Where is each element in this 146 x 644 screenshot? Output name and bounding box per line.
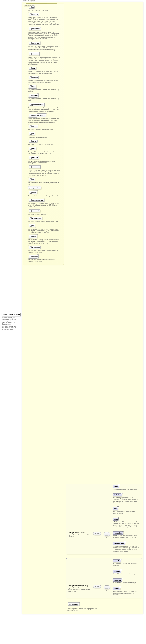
- attribute-pubconstrainturi: pubconstrainturiOne or many constraints …: [28, 113, 62, 123]
- attribute-how: howIndicates by which means the value wa…: [28, 66, 62, 74]
- attribute-chip[interactable]: pubconstraint: [29, 103, 44, 106]
- attribute-name: creator: [32, 14, 38, 15]
- attribute-valuedatatype: valuedatatypeThe datatype of the value a…: [28, 198, 62, 208]
- attribute-howuri: howuriIndicates by which means the value…: [28, 75, 62, 83]
- element-chip[interactable]: narrower: [113, 578, 122, 582]
- attribute-typeuri: typeuriThe type of the concept assigned …: [28, 156, 62, 164]
- attribute-creatoruri: creatoruriIf the attribute is empty, spe…: [28, 27, 62, 40]
- attribute-chip[interactable]: xml:lang: [29, 166, 40, 168]
- attribute-desc: One or many constraints that apply to pu…: [28, 107, 60, 112]
- attribute-name: valuedatatype: [32, 199, 43, 201]
- attribute-name: pubconstrainturi: [32, 114, 45, 116]
- element-name: definition: [114, 494, 121, 496]
- child-facet: +facetIn NAR 1.8 and later, facet is dep…: [113, 518, 140, 528]
- attribute-chip[interactable]: custom: [29, 52, 39, 55]
- attribute-desc: If set to true the corresponding propert…: [28, 56, 60, 65]
- expand-icon[interactable]: +: [120, 558, 122, 560]
- attribute-chip[interactable]: reluri: [29, 235, 37, 238]
- attribute-desc: Why the metadata has been included - exp…: [28, 98, 60, 102]
- attribute-chip[interactable]: typeuri: [29, 156, 39, 159]
- element-name: remoteInfo: [114, 532, 122, 534]
- attribute-whyuri: whyuriWhy the metadata has been included…: [28, 94, 62, 102]
- expand-icon[interactable]: +: [117, 506, 119, 508]
- expand-icon[interactable]: +: [118, 517, 119, 519]
- attribute-name: typeuri: [32, 157, 38, 159]
- crg-children: +sameAsAn identifier of a concept with e…: [113, 559, 140, 596]
- child-hierarchyInfo: +hierarchyInfoRepresents the position of…: [113, 542, 140, 552]
- attribute-desc: A free-text value assigned as property v…: [28, 144, 60, 145]
- attribute-why: whyWhy the metadata has been included - …: [28, 84, 62, 92]
- attribute-name: why: [32, 86, 36, 87]
- attributes-box: attributes idThe local identifier of the…: [23, 4, 64, 265]
- attribute-chip[interactable]: value: [29, 191, 37, 194]
- crg-occ: 0..∞: [106, 590, 108, 592]
- root-element-desc: Extension Property: the semantics are de…: [2, 317, 17, 330]
- attribute-chip[interactable]: why: [29, 85, 37, 88]
- expand-icon[interactable]: +: [121, 492, 123, 494]
- attribute-chip[interactable]: uri: [29, 132, 35, 135]
- element-name: name: [114, 486, 118, 487]
- attribute-desc: Specifies the language of this property …: [28, 170, 60, 176]
- cdg-occ: 0..∞: [106, 537, 108, 538]
- attribute-validto: validtoThe date (and, optionally, the ti…: [28, 254, 62, 262]
- attribute-desc: Why the metadata has been included - exp…: [28, 89, 60, 92]
- root-element-name: publishedExtProperty: [3, 314, 20, 316]
- attribute-chip[interactable]: valuedatatype: [29, 198, 44, 202]
- attribute-valueunituri: valueunituriThe unit of the value attrib…: [28, 216, 62, 222]
- attribute-list: idThe local identifier of the property.c…: [28, 5, 62, 262]
- attribute-chip[interactable]: creatoruri: [29, 27, 41, 30]
- attribute-desc: A qualified code which identifies a conc…: [28, 129, 60, 130]
- element-desc: Represents the position of a concept in …: [113, 545, 139, 552]
- attribute-name: valueunit: [32, 210, 39, 212]
- expand-icon[interactable]: +: [119, 586, 121, 588]
- element-desc: An identifier of a more specific concept…: [113, 582, 139, 584]
- element-chip[interactable]: sameAs: [113, 559, 121, 562]
- root-element[interactable]: publishedExtProperty: [2, 313, 21, 316]
- expand-icon[interactable]: +: [124, 541, 126, 543]
- element-desc: A natural language definition of the sem…: [113, 497, 139, 504]
- attribute-chip[interactable]: qcode: [29, 125, 38, 128]
- attribute-desc: The local identifier of the property.: [28, 10, 60, 11]
- schema-diagram: publishedExtProperty Extension Property:…: [0, 0, 146, 616]
- attribute-chip[interactable]: modified: [29, 42, 40, 44]
- attribute-chip[interactable]: valueunit: [29, 210, 40, 212]
- expand-icon[interactable]: +: [121, 578, 123, 580]
- attribute-desc: The type of the concept assigned as cont…: [28, 151, 60, 155]
- attribute-desc: Indicates by which means the value was e…: [28, 70, 60, 74]
- attribute-name: literal: [32, 140, 37, 142]
- element-chip[interactable]: hierarchyInfo: [113, 542, 125, 545]
- attribute-name: validto: [32, 256, 38, 258]
- attribute-chip[interactable]: dir: [29, 178, 35, 181]
- attribute-name: modified: [32, 42, 39, 44]
- child-broader: +broaderAn identifier of a more generic …: [113, 570, 140, 575]
- attribute-chip[interactable]: validto: [29, 255, 39, 258]
- attribute-chip[interactable]: whyuri: [29, 94, 39, 97]
- child-related: +relatedA related concept, where the rel…: [113, 587, 140, 596]
- attribute-pubconstraint: pubconstraintOne or many constraints tha…: [28, 102, 62, 112]
- attribute-valueunit: valueunitThe unit of the value attribute…: [28, 209, 62, 215]
- attribute-chip[interactable]: any ##other: [28, 186, 41, 190]
- attribute-chip[interactable]: how: [29, 66, 37, 70]
- attribute-chip[interactable]: type: [29, 147, 37, 150]
- expand-icon[interactable]: +: [118, 484, 120, 486]
- attribute-chip[interactable]: valueunituri: [29, 217, 42, 220]
- choice-icon: [104, 532, 110, 536]
- element-chip[interactable]: remoteInfo: [113, 532, 123, 534]
- attribute-creator: creatorIf the property value is not defi…: [28, 12, 62, 26]
- attribute-chip[interactable]: rel: [29, 224, 35, 227]
- type-label: Flex2ExtPropType: [24, 0, 35, 2]
- cdg-children: +nameA natural language name for the con…: [113, 485, 140, 553]
- attribute-chip[interactable]: creator: [29, 13, 39, 16]
- sequence-icon: [93, 532, 101, 535]
- element-desc: A link to an item or a web resource whic…: [113, 535, 139, 538]
- expand-icon[interactable]: +: [120, 569, 122, 571]
- attribute-desc: If the property value is not defined, sp…: [28, 17, 60, 26]
- attribute-chip[interactable]: validfrom: [29, 246, 41, 249]
- attribute-chip[interactable]: literal: [29, 140, 38, 143]
- attribute-chip[interactable]: pubconstrainturi: [29, 114, 46, 117]
- expand-icon[interactable]: +: [122, 531, 124, 532]
- attribute-custom: customIf set to true the corresponding p…: [28, 52, 62, 65]
- attribute-chip[interactable]: howuri: [29, 76, 39, 79]
- element-name: related: [114, 588, 119, 590]
- element-chip[interactable]: definition: [113, 494, 122, 496]
